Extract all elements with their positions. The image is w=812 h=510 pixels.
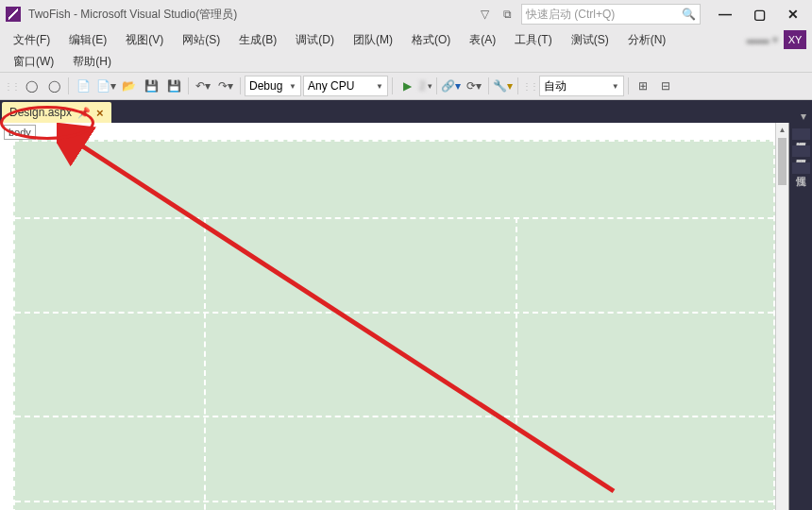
menu-table[interactable]: 表(A) bbox=[462, 30, 503, 50]
save-all-button[interactable]: 💾 bbox=[163, 76, 184, 96]
maximize-button[interactable]: ▢ bbox=[746, 5, 772, 24]
close-icon[interactable]: × bbox=[96, 106, 104, 120]
tab-overflow-icon[interactable]: ▾ bbox=[801, 110, 806, 123]
toolbar: ⋮⋮ ◯ ◯ 📄 📄▾ 📂 💾 💾 ↶▾ ↷▾ Debug▼ Any CPU▼ … bbox=[0, 72, 812, 100]
toolbar-extra-2[interactable]: ⊟ bbox=[655, 76, 676, 96]
open-button[interactable]: 📂 bbox=[118, 76, 139, 96]
nav-fwd-button[interactable]: ◯ bbox=[43, 76, 64, 96]
menu-window[interactable]: 窗口(W) bbox=[6, 52, 61, 72]
menu-bar-2: 窗口(W) 帮助(H) bbox=[0, 51, 812, 72]
tab-label: Design.aspx bbox=[9, 106, 72, 119]
save-button[interactable]: 💾 bbox=[141, 76, 161, 96]
sidetab-properties[interactable]: 属性 bbox=[792, 162, 810, 174]
user-badge[interactable]: XY bbox=[784, 30, 806, 49]
pin-icon[interactable]: 📌 bbox=[77, 107, 91, 119]
platform-dropdown[interactable]: Any CPU▼ bbox=[303, 76, 388, 96]
minimize-button[interactable]: — bbox=[712, 5, 738, 24]
menu-website[interactable]: 网站(S) bbox=[175, 30, 228, 50]
nav-back-button[interactable]: ◯ bbox=[21, 76, 42, 96]
grid-line bbox=[15, 312, 773, 314]
side-panel: 解决方案资源管理器 团队资源管理器 属性 bbox=[789, 123, 812, 510]
vs-logo-icon bbox=[6, 7, 21, 22]
toolbar-grip: ⋮⋮ bbox=[4, 81, 19, 92]
window-title: TwoFish - Microsoft Visual Studio(管理员) bbox=[28, 7, 237, 23]
design-canvas[interactable] bbox=[13, 140, 775, 510]
config-dropdown[interactable]: Debug▼ bbox=[245, 76, 301, 96]
quick-launch-placeholder: 快速启动 (Ctrl+Q) bbox=[526, 7, 615, 23]
props-mode-dropdown[interactable]: 自动▼ bbox=[539, 76, 624, 96]
menu-tools[interactable]: 工具(T) bbox=[507, 30, 559, 50]
feedback-icon[interactable]: ⧉ bbox=[499, 6, 516, 23]
menu-test[interactable]: 测试(S) bbox=[564, 30, 617, 50]
menu-bar: 文件(F) 编辑(E) 视图(V) 网站(S) 生成(B) 调试(D) 团队(M… bbox=[0, 28, 812, 51]
grid-line bbox=[15, 501, 773, 502]
toolbar-extra-1[interactable]: ⊞ bbox=[633, 76, 653, 96]
new-project-button[interactable]: 📄 bbox=[73, 76, 93, 96]
browser-link-button[interactable]: 🔗▾ bbox=[441, 76, 462, 96]
grid-line bbox=[516, 217, 517, 510]
menu-edit[interactable]: 编辑(E) bbox=[61, 30, 114, 50]
signin-label[interactable]: ▬▬ ▾ bbox=[747, 33, 778, 46]
work-area: body ▲ ▼ 解决方案资源管理器 团队资源管理器 属性 bbox=[0, 123, 812, 510]
menu-file[interactable]: 文件(F) bbox=[6, 30, 58, 50]
menu-format[interactable]: 格式(O) bbox=[404, 30, 458, 50]
grid-line bbox=[15, 217, 773, 219]
start-label: 2 bbox=[419, 79, 426, 93]
find-button[interactable]: 🔧▾ bbox=[493, 76, 514, 96]
sidetab-team-explorer[interactable]: 团队资源管理器 bbox=[792, 145, 810, 157]
menu-view[interactable]: 视图(V) bbox=[118, 30, 171, 50]
grid-line bbox=[15, 416, 773, 417]
designer-surface[interactable]: body ▲ ▼ bbox=[0, 123, 789, 510]
vertical-scrollbar[interactable]: ▲ ▼ bbox=[775, 123, 788, 510]
title-bar: TwoFish - Microsoft Visual Studio(管理员) ▽… bbox=[0, 0, 812, 28]
toolbar-grip-2: ⋮⋮ bbox=[522, 81, 537, 92]
scroll-up-icon[interactable]: ▲ bbox=[776, 123, 788, 136]
menu-team[interactable]: 团队(M) bbox=[346, 30, 400, 50]
start-debug-button[interactable]: ▶ bbox=[397, 76, 417, 96]
document-tabstrip: Design.aspx 📌 × ▾ bbox=[0, 100, 812, 123]
grid-line bbox=[204, 217, 206, 510]
breadcrumb[interactable]: body bbox=[4, 125, 36, 140]
notification-icon[interactable]: ▽ bbox=[476, 6, 493, 23]
tab-design-aspx[interactable]: Design.aspx 📌 × bbox=[2, 102, 111, 123]
add-item-button[interactable]: 📄▾ bbox=[95, 76, 116, 96]
menu-analyze[interactable]: 分析(N) bbox=[620, 30, 674, 50]
sidetab-solution-explorer[interactable]: 解决方案资源管理器 bbox=[792, 128, 810, 140]
close-button[interactable]: ✕ bbox=[780, 5, 806, 24]
refresh-button[interactable]: ⟳▾ bbox=[464, 76, 484, 96]
quick-launch-input[interactable]: 快速启动 (Ctrl+Q) 🔍 bbox=[521, 4, 701, 25]
redo-button[interactable]: ↷▾ bbox=[215, 76, 236, 96]
scrollbar-thumb[interactable] bbox=[778, 138, 787, 185]
search-icon: 🔍 bbox=[682, 8, 696, 21]
undo-button[interactable]: ↶▾ bbox=[193, 76, 213, 96]
menu-help[interactable]: 帮助(H) bbox=[65, 52, 119, 72]
menu-debug[interactable]: 调试(D) bbox=[288, 30, 342, 50]
menu-build[interactable]: 生成(B) bbox=[231, 30, 284, 50]
